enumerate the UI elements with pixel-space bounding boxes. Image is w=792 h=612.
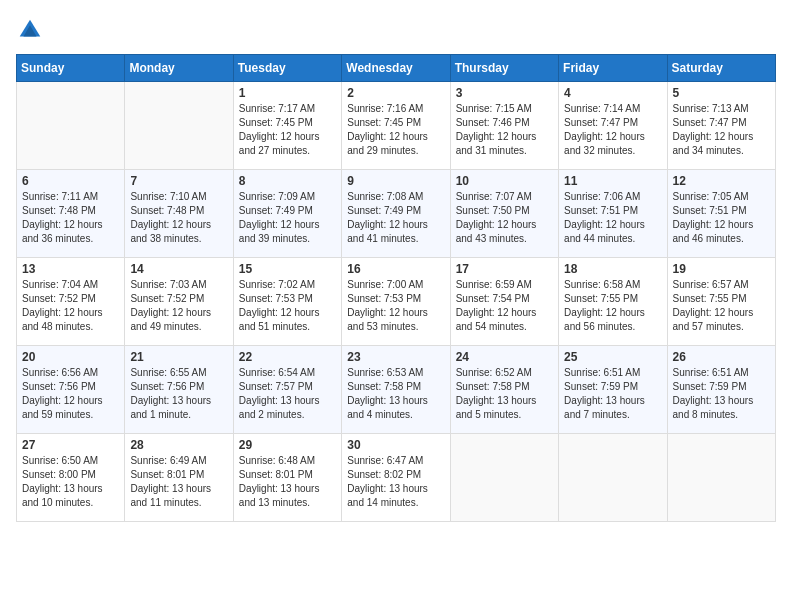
calendar-cell: 20Sunrise: 6:56 AM Sunset: 7:56 PM Dayli…	[17, 346, 125, 434]
day-number: 23	[347, 350, 444, 364]
day-info: Sunrise: 6:48 AM Sunset: 8:01 PM Dayligh…	[239, 454, 336, 510]
logo-icon	[16, 16, 44, 44]
calendar-header-row: SundayMondayTuesdayWednesdayThursdayFrid…	[17, 55, 776, 82]
calendar-cell: 27Sunrise: 6:50 AM Sunset: 8:00 PM Dayli…	[17, 434, 125, 522]
day-info: Sunrise: 7:08 AM Sunset: 7:49 PM Dayligh…	[347, 190, 444, 246]
day-number: 29	[239, 438, 336, 452]
calendar-cell: 23Sunrise: 6:53 AM Sunset: 7:58 PM Dayli…	[342, 346, 450, 434]
day-info: Sunrise: 7:10 AM Sunset: 7:48 PM Dayligh…	[130, 190, 227, 246]
calendar-cell: 5Sunrise: 7:13 AM Sunset: 7:47 PM Daylig…	[667, 82, 775, 170]
day-number: 8	[239, 174, 336, 188]
weekday-header: Saturday	[667, 55, 775, 82]
day-number: 22	[239, 350, 336, 364]
day-number: 30	[347, 438, 444, 452]
calendar-cell: 15Sunrise: 7:02 AM Sunset: 7:53 PM Dayli…	[233, 258, 341, 346]
day-number: 21	[130, 350, 227, 364]
calendar-cell: 8Sunrise: 7:09 AM Sunset: 7:49 PM Daylig…	[233, 170, 341, 258]
day-number: 13	[22, 262, 119, 276]
calendar-week-row: 6Sunrise: 7:11 AM Sunset: 7:48 PM Daylig…	[17, 170, 776, 258]
day-info: Sunrise: 7:00 AM Sunset: 7:53 PM Dayligh…	[347, 278, 444, 334]
day-number: 12	[673, 174, 770, 188]
day-info: Sunrise: 7:14 AM Sunset: 7:47 PM Dayligh…	[564, 102, 661, 158]
day-number: 3	[456, 86, 553, 100]
calendar-cell: 25Sunrise: 6:51 AM Sunset: 7:59 PM Dayli…	[559, 346, 667, 434]
day-info: Sunrise: 6:53 AM Sunset: 7:58 PM Dayligh…	[347, 366, 444, 422]
day-info: Sunrise: 7:13 AM Sunset: 7:47 PM Dayligh…	[673, 102, 770, 158]
calendar-table: SundayMondayTuesdayWednesdayThursdayFrid…	[16, 54, 776, 522]
day-number: 25	[564, 350, 661, 364]
day-number: 1	[239, 86, 336, 100]
calendar-cell: 17Sunrise: 6:59 AM Sunset: 7:54 PM Dayli…	[450, 258, 558, 346]
day-info: Sunrise: 6:47 AM Sunset: 8:02 PM Dayligh…	[347, 454, 444, 510]
calendar-cell	[667, 434, 775, 522]
day-number: 24	[456, 350, 553, 364]
day-info: Sunrise: 7:04 AM Sunset: 7:52 PM Dayligh…	[22, 278, 119, 334]
day-number: 14	[130, 262, 227, 276]
calendar-cell: 29Sunrise: 6:48 AM Sunset: 8:01 PM Dayli…	[233, 434, 341, 522]
day-number: 18	[564, 262, 661, 276]
calendar-cell: 19Sunrise: 6:57 AM Sunset: 7:55 PM Dayli…	[667, 258, 775, 346]
weekday-header: Thursday	[450, 55, 558, 82]
day-number: 15	[239, 262, 336, 276]
day-number: 11	[564, 174, 661, 188]
calendar-cell	[559, 434, 667, 522]
day-number: 28	[130, 438, 227, 452]
day-info: Sunrise: 6:49 AM Sunset: 8:01 PM Dayligh…	[130, 454, 227, 510]
calendar-cell: 18Sunrise: 6:58 AM Sunset: 7:55 PM Dayli…	[559, 258, 667, 346]
day-number: 17	[456, 262, 553, 276]
day-info: Sunrise: 6:56 AM Sunset: 7:56 PM Dayligh…	[22, 366, 119, 422]
calendar-week-row: 1Sunrise: 7:17 AM Sunset: 7:45 PM Daylig…	[17, 82, 776, 170]
day-info: Sunrise: 6:55 AM Sunset: 7:56 PM Dayligh…	[130, 366, 227, 422]
calendar-week-row: 13Sunrise: 7:04 AM Sunset: 7:52 PM Dayli…	[17, 258, 776, 346]
day-info: Sunrise: 7:06 AM Sunset: 7:51 PM Dayligh…	[564, 190, 661, 246]
day-info: Sunrise: 6:57 AM Sunset: 7:55 PM Dayligh…	[673, 278, 770, 334]
day-info: Sunrise: 6:52 AM Sunset: 7:58 PM Dayligh…	[456, 366, 553, 422]
calendar-cell: 1Sunrise: 7:17 AM Sunset: 7:45 PM Daylig…	[233, 82, 341, 170]
weekday-header: Friday	[559, 55, 667, 82]
day-info: Sunrise: 7:15 AM Sunset: 7:46 PM Dayligh…	[456, 102, 553, 158]
calendar-cell: 28Sunrise: 6:49 AM Sunset: 8:01 PM Dayli…	[125, 434, 233, 522]
calendar-cell: 13Sunrise: 7:04 AM Sunset: 7:52 PM Dayli…	[17, 258, 125, 346]
calendar-week-row: 20Sunrise: 6:56 AM Sunset: 7:56 PM Dayli…	[17, 346, 776, 434]
day-info: Sunrise: 7:11 AM Sunset: 7:48 PM Dayligh…	[22, 190, 119, 246]
day-info: Sunrise: 6:51 AM Sunset: 7:59 PM Dayligh…	[673, 366, 770, 422]
calendar-cell: 16Sunrise: 7:00 AM Sunset: 7:53 PM Dayli…	[342, 258, 450, 346]
day-number: 20	[22, 350, 119, 364]
calendar-cell	[17, 82, 125, 170]
day-number: 26	[673, 350, 770, 364]
day-number: 6	[22, 174, 119, 188]
day-info: Sunrise: 6:54 AM Sunset: 7:57 PM Dayligh…	[239, 366, 336, 422]
day-info: Sunrise: 7:17 AM Sunset: 7:45 PM Dayligh…	[239, 102, 336, 158]
calendar-cell: 9Sunrise: 7:08 AM Sunset: 7:49 PM Daylig…	[342, 170, 450, 258]
calendar-cell: 11Sunrise: 7:06 AM Sunset: 7:51 PM Dayli…	[559, 170, 667, 258]
day-number: 7	[130, 174, 227, 188]
calendar-cell: 4Sunrise: 7:14 AM Sunset: 7:47 PM Daylig…	[559, 82, 667, 170]
calendar-cell: 7Sunrise: 7:10 AM Sunset: 7:48 PM Daylig…	[125, 170, 233, 258]
calendar-cell: 22Sunrise: 6:54 AM Sunset: 7:57 PM Dayli…	[233, 346, 341, 434]
calendar-cell: 2Sunrise: 7:16 AM Sunset: 7:45 PM Daylig…	[342, 82, 450, 170]
calendar-cell: 30Sunrise: 6:47 AM Sunset: 8:02 PM Dayli…	[342, 434, 450, 522]
day-info: Sunrise: 6:58 AM Sunset: 7:55 PM Dayligh…	[564, 278, 661, 334]
calendar-cell: 14Sunrise: 7:03 AM Sunset: 7:52 PM Dayli…	[125, 258, 233, 346]
day-info: Sunrise: 6:59 AM Sunset: 7:54 PM Dayligh…	[456, 278, 553, 334]
day-info: Sunrise: 7:05 AM Sunset: 7:51 PM Dayligh…	[673, 190, 770, 246]
day-number: 19	[673, 262, 770, 276]
calendar-cell: 12Sunrise: 7:05 AM Sunset: 7:51 PM Dayli…	[667, 170, 775, 258]
day-number: 2	[347, 86, 444, 100]
day-info: Sunrise: 6:50 AM Sunset: 8:00 PM Dayligh…	[22, 454, 119, 510]
day-number: 4	[564, 86, 661, 100]
weekday-header: Monday	[125, 55, 233, 82]
day-number: 5	[673, 86, 770, 100]
calendar-cell: 3Sunrise: 7:15 AM Sunset: 7:46 PM Daylig…	[450, 82, 558, 170]
day-number: 16	[347, 262, 444, 276]
calendar-cell: 6Sunrise: 7:11 AM Sunset: 7:48 PM Daylig…	[17, 170, 125, 258]
calendar-week-row: 27Sunrise: 6:50 AM Sunset: 8:00 PM Dayli…	[17, 434, 776, 522]
calendar-cell	[450, 434, 558, 522]
day-info: Sunrise: 7:03 AM Sunset: 7:52 PM Dayligh…	[130, 278, 227, 334]
day-number: 10	[456, 174, 553, 188]
day-info: Sunrise: 7:07 AM Sunset: 7:50 PM Dayligh…	[456, 190, 553, 246]
page-header	[16, 16, 776, 44]
calendar-cell: 21Sunrise: 6:55 AM Sunset: 7:56 PM Dayli…	[125, 346, 233, 434]
calendar-cell: 26Sunrise: 6:51 AM Sunset: 7:59 PM Dayli…	[667, 346, 775, 434]
calendar-cell	[125, 82, 233, 170]
